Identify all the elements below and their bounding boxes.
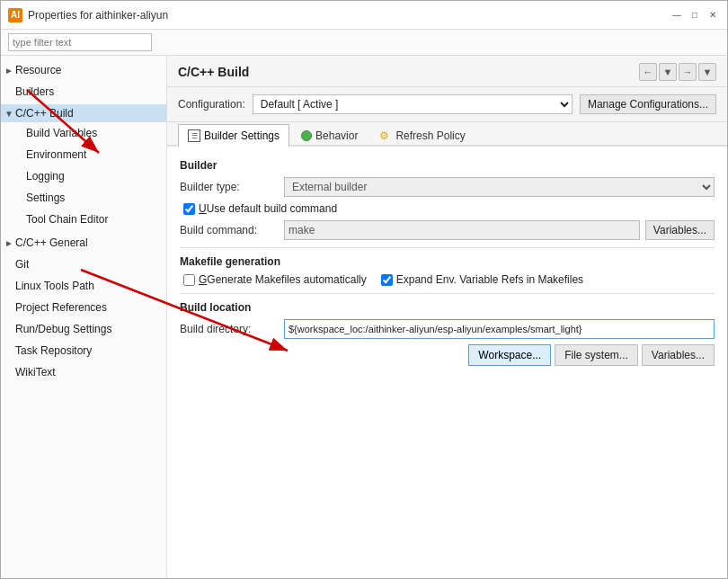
window-title: Properties for aithinker-aliyun <box>28 9 670 22</box>
expand-icon <box>15 215 26 225</box>
expand-icon <box>4 346 15 356</box>
sidebar-item-environment[interactable]: Environment <box>12 144 166 165</box>
app-icon: AI <box>8 8 22 22</box>
back-button[interactable]: ← <box>639 63 657 81</box>
expand-icon <box>15 172 26 182</box>
main-area: ► Resource Builders ▼ C/C++ Build <box>1 56 727 578</box>
dropdown2-button[interactable]: ▼ <box>698 63 716 81</box>
builder-section-title: Builder <box>180 159 715 172</box>
config-select[interactable]: Default [ Active ] <box>253 94 573 114</box>
filesystem-button[interactable]: File system... <box>555 344 638 366</box>
builder-type-select[interactable]: External builder <box>284 177 715 197</box>
build-command-row: Build command: Variables... <box>180 220 715 240</box>
config-label: Configuration: <box>178 98 245 111</box>
sidebar-item-tool-chain-editor[interactable]: Tool Chain Editor <box>12 209 166 230</box>
sidebar-item-project-references[interactable]: Project References <box>1 297 166 318</box>
expand-icon <box>15 129 26 138</box>
sidebar-item-wikitext[interactable]: WikiText <box>1 361 166 383</box>
variables2-button[interactable]: Variables... <box>642 344 715 366</box>
expand-icon <box>4 87 15 97</box>
wrench-icon: ⚙ <box>379 129 392 142</box>
generate-makefiles-label: GGenerate Makefiles automatically <box>199 273 367 286</box>
tab-refresh-policy[interactable]: ⚙ Refresh Policy <box>369 124 475 147</box>
expand-env-label: Expand Env. Variable Refs in Makefiles <box>396 273 583 286</box>
tabs-row: ☰ Builder Settings Behavior ⚙ Refresh Po… <box>167 122 727 147</box>
content-body: Builder Builder type: External builder U… <box>167 147 727 578</box>
build-directory-row: Build directory: <box>180 319 715 339</box>
divider1 <box>180 247 715 248</box>
sidebar-item-builders[interactable]: Builders <box>1 81 166 102</box>
generate-makefiles-group: GGenerate Makefiles automatically <box>183 273 367 286</box>
expand-env-group: Expand Env. Variable Refs in Makefiles <box>381 273 583 286</box>
expand-icon <box>4 281 15 291</box>
expand-icon <box>4 325 15 334</box>
expand-icon <box>4 303 15 313</box>
builder-type-label: Builder type: <box>180 181 279 193</box>
use-default-checkbox[interactable] <box>183 203 195 215</box>
use-default-row: UUse default build command <box>183 202 715 215</box>
sidebar-item-settings[interactable]: Settings <box>12 187 166 209</box>
content-panel: C/C++ Build ← ▼ → ▼ Configuration: Defau… <box>167 56 727 578</box>
expand-icon: ► <box>4 66 15 76</box>
sidebar-item-cpp-general[interactable]: ► C/C++ General <box>1 232 166 254</box>
circle-icon <box>301 130 312 141</box>
build-directory-input[interactable] <box>284 319 715 339</box>
cpp-build-children: Build Variables Environment Logging <box>12 122 166 230</box>
builder-type-row: Builder type: External builder <box>180 177 715 197</box>
title-bar: AI Properties for aithinker-aliyun — □ ✕ <box>1 1 727 30</box>
forward-button[interactable]: → <box>679 63 697 81</box>
filter-input[interactable] <box>8 33 152 51</box>
expand-icon <box>15 150 26 160</box>
manage-configurations-button[interactable]: Manage Configurations... <box>580 94 716 114</box>
sidebar-item-logging[interactable]: Logging <box>12 165 166 187</box>
expand-icon: ▼ <box>4 109 15 119</box>
build-command-label: Build command: <box>180 224 279 236</box>
window-controls: — □ ✕ <box>670 8 720 22</box>
expand-icon: ► <box>4 238 15 248</box>
expand-icon <box>4 368 15 378</box>
minimize-button[interactable]: — <box>670 8 684 22</box>
sidebar-item-cpp-build[interactable]: ▼ C/C++ Build Build Variables Environmen <box>1 102 166 232</box>
page-title: C/C++ Build <box>178 65 249 79</box>
makefile-section-title: Makefile generation <box>180 255 715 268</box>
filter-bar <box>1 30 727 56</box>
sidebar: ► Resource Builders ▼ C/C++ Build <box>1 56 167 578</box>
sidebar-item-build-variables[interactable]: Build Variables <box>12 122 166 144</box>
tab-builder-settings[interactable]: ☰ Builder Settings <box>178 124 289 147</box>
maximize-button[interactable]: □ <box>688 8 702 22</box>
workspace-button[interactable]: Workspace... <box>468 344 551 366</box>
build-command-input[interactable] <box>284 220 640 240</box>
main-window: AI Properties for aithinker-aliyun — □ ✕… <box>0 0 728 579</box>
expand-icon <box>4 260 15 270</box>
variables-button[interactable]: Variables... <box>645 220 715 240</box>
build-directory-label: Build directory: <box>180 323 279 335</box>
table-icon: ☰ <box>188 129 200 142</box>
dropdown-button[interactable]: ▼ <box>659 63 677 81</box>
sidebar-item-linux-tools-path[interactable]: Linux Tools Path <box>1 275 166 297</box>
divider2 <box>180 293 715 294</box>
build-location-title: Build location <box>180 301 715 314</box>
sidebar-item-task-repository[interactable]: Task Repository <box>1 340 166 361</box>
sidebar-item-git[interactable]: Git <box>1 254 166 275</box>
use-default-label: UUse default build command <box>199 202 337 215</box>
config-row: Configuration: Default [ Active ] Manage… <box>167 87 727 122</box>
sidebar-item-run-debug-settings[interactable]: Run/Debug Settings <box>1 318 166 340</box>
generate-makefiles-checkbox[interactable] <box>183 274 195 286</box>
sidebar-item-resource[interactable]: ► Resource <box>1 59 166 81</box>
expand-icon <box>15 193 26 203</box>
content-header: C/C++ Build ← ▼ → ▼ <box>167 56 727 87</box>
build-dir-buttons: Workspace... File system... Variables... <box>180 344 715 366</box>
tab-behavior[interactable]: Behavior <box>291 124 368 147</box>
makefile-row: GGenerate Makefiles automatically Expand… <box>183 273 715 286</box>
close-button[interactable]: ✕ <box>706 8 720 22</box>
expand-env-checkbox[interactable] <box>381 274 393 286</box>
nav-arrows: ← ▼ → ▼ <box>639 63 716 81</box>
